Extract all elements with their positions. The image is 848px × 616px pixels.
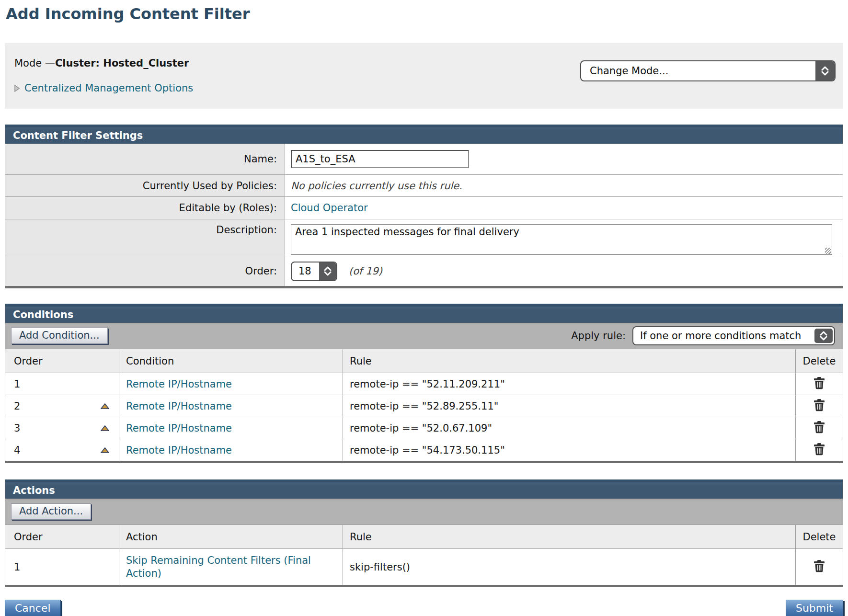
action-link[interactable]: Skip Remaining Content Filters (Final Ac… bbox=[126, 554, 343, 580]
delete-condition-button[interactable] bbox=[812, 398, 826, 414]
name-row: Name: bbox=[5, 144, 843, 174]
add-condition-button[interactable]: Add Condition... bbox=[11, 328, 108, 344]
condition-order-number: 4 bbox=[14, 445, 20, 456]
disclosure-triangle-icon bbox=[14, 85, 20, 92]
conditions-toolbar: Add Condition... Apply rule: If one or m… bbox=[5, 323, 843, 349]
conditions-header: Conditions bbox=[5, 304, 843, 323]
action-rule-text: skip-filters() bbox=[343, 549, 795, 585]
description-row: Description: Area 1 inspected messages f… bbox=[5, 219, 843, 256]
content-filter-settings-header: Content Filter Settings bbox=[5, 125, 843, 144]
column-header-delete: Delete bbox=[795, 525, 843, 548]
order-selected-value: 18 bbox=[292, 262, 319, 280]
mode-label: Mode — bbox=[14, 57, 55, 69]
add-action-button[interactable]: Add Action... bbox=[11, 503, 91, 520]
order-select[interactable]: 18 bbox=[291, 262, 337, 281]
condition-link[interactable]: Remote IP/Hostname bbox=[126, 378, 232, 390]
description-label: Description: bbox=[5, 219, 285, 256]
delete-condition-button[interactable] bbox=[812, 442, 826, 458]
column-header-condition: Condition bbox=[119, 349, 343, 373]
condition-row: 1 Remote IP/Hostname remote-ip == "52.11… bbox=[5, 373, 843, 395]
order-of-total: (of 19) bbox=[349, 265, 382, 277]
select-stepper-icon bbox=[814, 329, 833, 343]
condition-row: 4 Remote IP/Hostname remote-ip == "54.17… bbox=[5, 439, 843, 461]
delete-action-button[interactable] bbox=[812, 559, 826, 575]
content-filter-settings-section: Content Filter Settings Name: Currently … bbox=[5, 125, 843, 288]
mode-value: Cluster: Hosted_Cluster bbox=[55, 57, 189, 69]
actions-table-header: Order Action Rule Delete bbox=[5, 525, 843, 548]
condition-rule-text: remote-ip == "52.89.255.11" bbox=[343, 395, 795, 417]
policies-row: Currently Used by Policies: No policies … bbox=[5, 174, 843, 196]
column-header-delete: Delete bbox=[795, 349, 843, 373]
condition-link[interactable]: Remote IP/Hostname bbox=[126, 400, 232, 412]
condition-row: 2 Remote IP/Hostname remote-ip == "52.89… bbox=[5, 395, 843, 417]
trash-icon bbox=[813, 559, 825, 573]
editable-roles-row: Editable by (Roles): Cloud Operator bbox=[5, 196, 843, 219]
condition-order-number: 1 bbox=[14, 378, 20, 390]
apply-rule-selected-value: If one or more conditions match bbox=[633, 327, 813, 344]
editable-roles-label: Editable by (Roles): bbox=[5, 196, 285, 219]
trash-icon bbox=[813, 376, 825, 390]
description-textarea[interactable]: Area 1 inspected messages for final deli… bbox=[291, 224, 832, 255]
mode-box: Mode —Cluster: Hosted_Cluster Change Mod… bbox=[5, 43, 843, 109]
conditions-section: Conditions Add Condition... Apply rule: … bbox=[5, 304, 843, 463]
move-up-icon[interactable] bbox=[101, 403, 109, 409]
condition-row: 3 Remote IP/Hostname remote-ip == "52.0.… bbox=[5, 417, 843, 439]
change-mode-selected-value: Change Mode... bbox=[581, 61, 815, 80]
actions-header: Actions bbox=[5, 479, 843, 499]
apply-rule-label: Apply rule: bbox=[571, 330, 626, 342]
order-label: Order: bbox=[5, 256, 285, 286]
action-order-number: 1 bbox=[14, 561, 20, 573]
centralized-management-options-link[interactable]: Centralized Management Options bbox=[24, 82, 193, 94]
move-up-icon[interactable] bbox=[101, 447, 109, 453]
column-header-rule: Rule bbox=[343, 349, 795, 373]
trash-icon bbox=[813, 443, 825, 456]
conditions-table-header: Order Condition Rule Delete bbox=[5, 349, 843, 373]
condition-rule-text: remote-ip == "52.0.67.109" bbox=[343, 417, 795, 439]
condition-order-number: 2 bbox=[14, 400, 20, 412]
name-label: Name: bbox=[5, 144, 285, 174]
policies-value: No policies currently use this rule. bbox=[291, 180, 462, 192]
centralized-management-row: Centralized Management Options bbox=[14, 82, 836, 94]
condition-order-number: 3 bbox=[14, 422, 20, 434]
trash-icon bbox=[813, 399, 825, 412]
footer-bar: Cancel Submit bbox=[5, 600, 843, 616]
apply-rule-group: Apply rule: If one or more conditions ma… bbox=[571, 326, 835, 345]
delete-condition-button[interactable] bbox=[812, 376, 826, 392]
add-incoming-content-filter-page: Add Incoming Content Filter Mode —Cluste… bbox=[0, 0, 848, 616]
condition-rule-text: remote-ip == "52.11.209.211" bbox=[343, 373, 795, 395]
delete-condition-button[interactable] bbox=[812, 420, 826, 436]
condition-rule-text: remote-ip == "54.173.50.115" bbox=[343, 439, 795, 461]
change-mode-select[interactable]: Change Mode... bbox=[580, 60, 836, 81]
name-input[interactable] bbox=[291, 150, 469, 168]
select-stepper-icon bbox=[815, 61, 835, 80]
condition-link[interactable]: Remote IP/Hostname bbox=[126, 445, 232, 456]
textarea-resize-grip[interactable] bbox=[825, 248, 831, 254]
actions-section: Actions Add Action... Order Action Rule … bbox=[5, 479, 843, 587]
cloud-operator-link[interactable]: Cloud Operator bbox=[291, 202, 368, 214]
column-header-rule: Rule bbox=[343, 525, 795, 548]
actions-toolbar: Add Action... bbox=[5, 499, 843, 525]
action-row: 1 Skip Remaining Content Filters (Final … bbox=[5, 548, 843, 585]
policies-label: Currently Used by Policies: bbox=[5, 174, 285, 196]
select-stepper-icon bbox=[319, 262, 336, 280]
submit-button[interactable]: Submit bbox=[786, 600, 843, 616]
column-header-order: Order bbox=[5, 525, 119, 548]
trash-icon bbox=[813, 421, 825, 434]
move-up-icon[interactable] bbox=[101, 425, 109, 431]
cancel-button[interactable]: Cancel bbox=[5, 600, 61, 616]
column-header-order: Order bbox=[5, 349, 119, 373]
page-title: Add Incoming Content Filter bbox=[6, 5, 843, 27]
column-header-action: Action bbox=[119, 525, 343, 548]
order-row: Order: 18 (of 19) bbox=[5, 256, 843, 286]
condition-link[interactable]: Remote IP/Hostname bbox=[126, 422, 232, 434]
apply-rule-select[interactable]: If one or more conditions match bbox=[632, 326, 835, 345]
